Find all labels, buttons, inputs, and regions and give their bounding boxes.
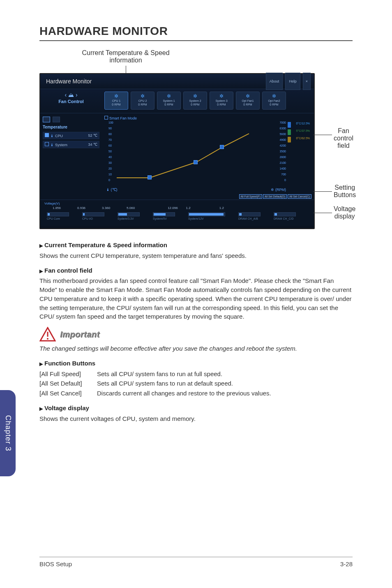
callout-text: Buttons xyxy=(334,191,356,198)
fan-tab-rpm: 0 RPM xyxy=(184,103,207,106)
voltage-channel: System/5V xyxy=(153,212,175,220)
about-button[interactable]: About xyxy=(266,73,283,90)
fan-control-icon: ⛰ xyxy=(68,92,74,98)
all-set-cancel-button[interactable]: All Set Cancel(C) xyxy=(288,194,311,199)
close-button[interactable]: × xyxy=(303,73,311,90)
pct-label: 5°C/37.5% xyxy=(296,129,310,132)
table-row: [All Full Speed]Sets all CPU/ system fan… xyxy=(39,370,353,379)
checkbox-icon[interactable] xyxy=(45,133,49,137)
checkbox-icon[interactable] xyxy=(45,142,49,146)
callout-text: display xyxy=(334,213,355,220)
section-heading-temp-speed: ▶Current Temperature & Speed information xyxy=(39,241,353,250)
y2-tick: 2100 xyxy=(279,161,286,164)
fan-tab-cpu1[interactable]: ✲CPU 10 RPM xyxy=(104,92,128,110)
x-axis-label: 🌡 (℃) xyxy=(106,188,118,192)
callout-voltage-display: Voltage display xyxy=(334,205,355,220)
callout-line xyxy=(313,135,332,135)
voltage-channel-label: System/12V xyxy=(188,217,225,220)
section-heading-voltage-display: ▶Voltage display xyxy=(39,404,353,413)
temperature-sidepanel: Temperature 🌡CPU 52 ℃ 🌡System 34 ℃ xyxy=(40,113,102,200)
pct-bar xyxy=(288,137,291,142)
fn-key: [All Set Cancel] xyxy=(39,389,97,398)
voltage-channel: DRAM CH_A/B xyxy=(238,212,261,220)
fan-tab-sys2[interactable]: ✲System 20 RPM xyxy=(183,92,207,110)
fan-control-arrow: ‹ ⛰ › xyxy=(40,92,102,98)
fan-icon: ✲ xyxy=(131,93,154,99)
fan-tab-rpm: 0 RPM xyxy=(105,103,128,106)
all-set-default-button[interactable]: All Set Default(D) xyxy=(263,194,287,199)
y2-tick: 4200 xyxy=(279,144,286,147)
fan-tab-opt1[interactable]: ✲Opt Fan10 RPM xyxy=(236,92,260,110)
side-icon-chart[interactable] xyxy=(43,117,50,122)
pct-label: 0°C/62.5% xyxy=(296,137,310,140)
fan-tabs-strip: ‹ ⛰ › Fan Control ✲CPU 10 RPM ✲CPU 20 RP… xyxy=(40,89,314,113)
callout-fan-field: Fan control field xyxy=(334,127,353,149)
fan-icon: ✲ xyxy=(184,93,207,99)
section-body-fan-control: This motherboard provides a fan speed co… xyxy=(39,276,353,321)
important-callout: Important xyxy=(39,327,353,342)
temp-row-name: System xyxy=(55,143,67,147)
fan-tab-label: System 2 xyxy=(184,99,207,102)
fan-tab-sys1[interactable]: ✲System 10 RPM xyxy=(157,92,181,110)
fan-tab-label: CPU 1 xyxy=(105,99,128,102)
pct-bar xyxy=(288,122,291,128)
curve-segment xyxy=(150,162,196,178)
temperature-heading: Temperature xyxy=(43,125,99,129)
voltage-values-row: 1.856 0.936 3.360 5.060 12.096 1.2 1.2 xyxy=(53,206,310,210)
fan-tab-rpm: 0 RPM xyxy=(210,103,233,106)
y-tick: 90 xyxy=(108,127,112,130)
hw-monitor-window: Hardware Monitor About Help × ‹ ⛰ › Fan … xyxy=(39,73,315,229)
voltage-value: 5.060 xyxy=(127,206,135,210)
window-title: Hardware Monitor xyxy=(46,74,92,89)
page-footer: BIOS Setup 3-28 xyxy=(39,557,353,567)
fan-tab-rpm: 0 RPM xyxy=(263,103,286,106)
voltage-channel-label: System/5V xyxy=(153,217,175,220)
curve-handle[interactable] xyxy=(220,145,224,149)
fan-curve[interactable] xyxy=(117,124,248,185)
smart-fan-checkbox[interactable] xyxy=(104,116,108,119)
temp-row-cpu[interactable]: 🌡CPU 52 ℃ xyxy=(43,132,99,139)
chapter-side-tab: Chapter 3 xyxy=(0,390,16,476)
important-note: The changed settings will become effecti… xyxy=(39,344,353,353)
fan-tab-cpu2[interactable]: ✲CPU 20 RPM xyxy=(131,92,154,110)
section-body-voltage-display: Shows the current voltages of CPU, syste… xyxy=(39,414,353,423)
y-tick: 70 xyxy=(108,138,112,141)
callout-text: Voltage xyxy=(334,205,355,212)
voltage-panel: Voltage(V) 1.856 0.936 3.360 5.060 12.09… xyxy=(40,200,314,226)
footer-right: 3-28 xyxy=(340,560,353,567)
fan-tab-opt2[interactable]: ✲Opt Fan20 RPM xyxy=(262,92,286,110)
y-tick: 10 xyxy=(108,173,112,176)
voltage-value: 12.096 xyxy=(168,206,178,210)
help-button[interactable]: Help xyxy=(285,73,300,90)
fan-tab-label: System 3 xyxy=(210,99,233,102)
curve-segment xyxy=(196,147,223,163)
fan-tab-rpm: 0 RPM xyxy=(131,103,154,106)
fn-desc: Sets all CPU/ system fans to run at full… xyxy=(97,370,222,379)
fn-desc: Discards current all changes and restore… xyxy=(97,389,271,398)
y2-tick: 2800 xyxy=(279,156,286,158)
y-tick: 50 xyxy=(108,150,112,153)
temp-row-value: 34 ℃ xyxy=(88,142,97,147)
fan-icon: ✲ xyxy=(271,188,274,192)
fan-tab-rpm: 0 RPM xyxy=(157,103,180,106)
y-tick: 100 xyxy=(108,121,113,124)
fan-control-label-block: ‹ ⛰ › Fan Control xyxy=(40,89,102,104)
thermometer-icon: 🌡 xyxy=(50,134,54,138)
y-tick: 60 xyxy=(108,144,112,147)
curve-handle[interactable] xyxy=(194,160,198,164)
voltage-value: 1.856 xyxy=(53,206,61,210)
voltage-channel-label: System/3.3V xyxy=(118,217,140,220)
side-icon-graph[interactable] xyxy=(53,117,60,122)
y2-tick: 5600 xyxy=(279,133,286,136)
chapter-label: Chapter 3 xyxy=(4,415,12,451)
voltage-bars-row: CPU Core CPU I/O System/3.3V System/5V S… xyxy=(47,212,310,220)
voltage-channel: System/12V xyxy=(188,212,225,220)
fan-tab-sys3[interactable]: ✲System 30 RPM xyxy=(210,92,233,110)
curve-handle[interactable] xyxy=(148,175,152,179)
voltage-heading: Voltage(V) xyxy=(44,202,310,205)
table-row: [All Set Cancel]Discards current all cha… xyxy=(39,389,353,398)
temp-row-system[interactable]: 🌡System 34 ℃ xyxy=(43,141,99,148)
all-full-speed-button[interactable]: All Full Speed(F) xyxy=(239,194,262,199)
side-view-icons xyxy=(43,117,99,122)
table-row: [All Set Default]Sets all CPU/ system fa… xyxy=(39,379,353,388)
